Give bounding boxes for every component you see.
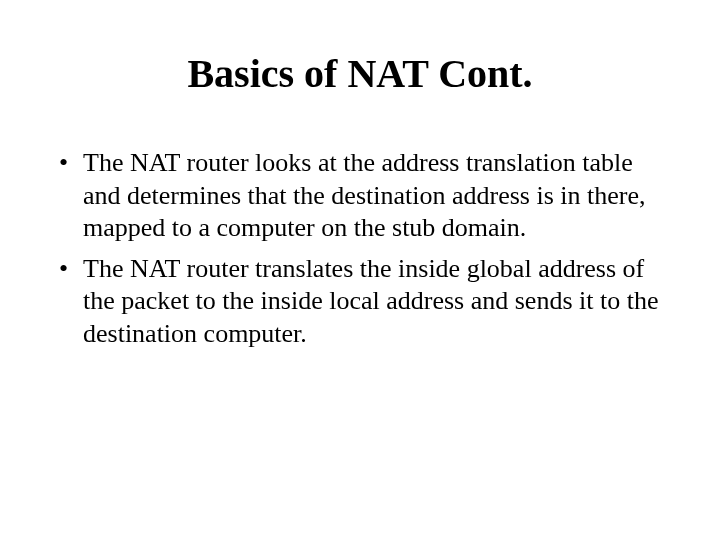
- slide-title: Basics of NAT Cont.: [55, 50, 665, 97]
- list-item: The NAT router translates the inside glo…: [55, 253, 665, 351]
- bullet-list: The NAT router looks at the address tran…: [55, 147, 665, 350]
- list-item: The NAT router looks at the address tran…: [55, 147, 665, 245]
